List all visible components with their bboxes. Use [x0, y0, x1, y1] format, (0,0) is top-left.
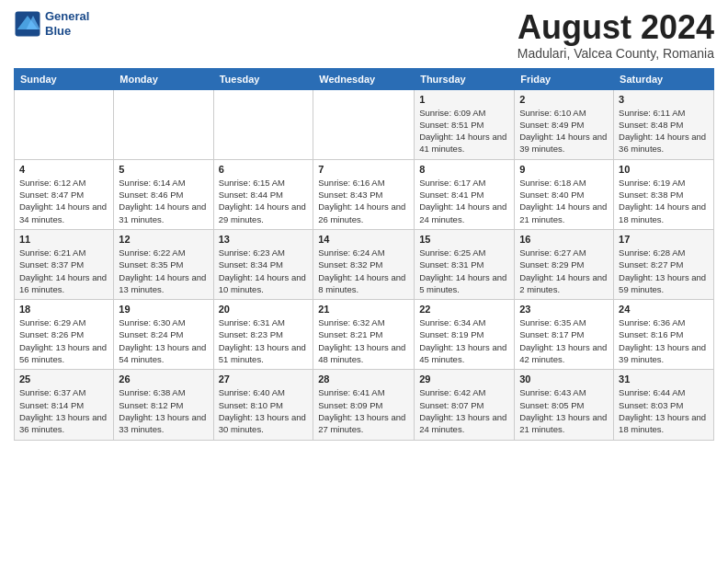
- calendar-cell: 10Sunrise: 6:19 AMSunset: 8:38 PMDayligh…: [614, 159, 714, 229]
- calendar-cell: 13Sunrise: 6:23 AMSunset: 8:34 PMDayligh…: [213, 229, 313, 299]
- calendar-week-row: 4Sunrise: 6:12 AMSunset: 8:47 PMDaylight…: [15, 159, 714, 229]
- day-number: 5: [119, 164, 208, 175]
- day-info: Sunrise: 6:42 AMSunset: 8:07 PMDaylight:…: [419, 386, 509, 435]
- calendar-cell: 12Sunrise: 6:22 AMSunset: 8:35 PMDayligh…: [114, 229, 213, 299]
- day-info: Sunrise: 6:34 AMSunset: 8:19 PMDaylight:…: [419, 316, 509, 365]
- day-number: 17: [619, 234, 709, 245]
- day-info: Sunrise: 6:19 AMSunset: 8:38 PMDaylight:…: [619, 177, 709, 225]
- day-number: 22: [419, 304, 509, 315]
- calendar-cell: 9Sunrise: 6:18 AMSunset: 8:40 PMDaylight…: [515, 159, 614, 229]
- day-number: 2: [519, 94, 609, 105]
- calendar-cell: 24Sunrise: 6:36 AMSunset: 8:16 PMDayligh…: [614, 300, 714, 370]
- day-number: 18: [19, 304, 108, 315]
- calendar-cell: 31Sunrise: 6:44 AMSunset: 8:03 PMDayligh…: [614, 370, 714, 440]
- calendar-week-row: 11Sunrise: 6:21 AMSunset: 8:37 PMDayligh…: [15, 229, 714, 299]
- calendar-cell: 18Sunrise: 6:29 AMSunset: 8:26 PMDayligh…: [15, 300, 114, 370]
- calendar-cell: 11Sunrise: 6:21 AMSunset: 8:37 PMDayligh…: [15, 229, 114, 299]
- calendar-header: SundayMondayTuesdayWednesdayThursdayFrid…: [15, 68, 714, 89]
- calendar-cell: 20Sunrise: 6:31 AMSunset: 8:23 PMDayligh…: [213, 300, 313, 370]
- weekday-header: Wednesday: [313, 68, 415, 89]
- calendar-cell: [213, 89, 313, 159]
- day-info: Sunrise: 6:10 AMSunset: 8:49 PMDaylight:…: [519, 107, 609, 155]
- day-number: 19: [119, 304, 208, 315]
- day-info: Sunrise: 6:37 AMSunset: 8:14 PMDaylight:…: [19, 386, 108, 435]
- calendar-cell: 3Sunrise: 6:11 AMSunset: 8:48 PMDaylight…: [614, 89, 714, 159]
- day-number: 31: [619, 373, 709, 385]
- calendar-cell: 23Sunrise: 6:35 AMSunset: 8:17 PMDayligh…: [515, 300, 614, 370]
- day-number: 24: [619, 304, 709, 315]
- calendar-cell: 14Sunrise: 6:24 AMSunset: 8:32 PMDayligh…: [313, 229, 415, 299]
- day-number: 3: [619, 94, 709, 105]
- day-info: Sunrise: 6:14 AMSunset: 8:46 PMDaylight:…: [119, 177, 208, 225]
- weekday-header-row: SundayMondayTuesdayWednesdayThursdayFrid…: [15, 68, 714, 89]
- calendar-cell: 15Sunrise: 6:25 AMSunset: 8:31 PMDayligh…: [415, 229, 515, 299]
- day-info: Sunrise: 6:15 AMSunset: 8:44 PMDaylight:…: [219, 177, 309, 225]
- day-info: Sunrise: 6:24 AMSunset: 8:32 PMDaylight:…: [318, 247, 409, 295]
- calendar-cell: 7Sunrise: 6:16 AMSunset: 8:43 PMDaylight…: [313, 159, 415, 229]
- day-info: Sunrise: 6:29 AMSunset: 8:26 PMDaylight:…: [19, 316, 108, 365]
- day-info: Sunrise: 6:12 AMSunset: 8:47 PMDaylight:…: [19, 177, 108, 225]
- day-number: 14: [318, 234, 409, 245]
- calendar-cell: [15, 89, 114, 159]
- day-info: Sunrise: 6:44 AMSunset: 8:03 PMDaylight:…: [619, 386, 709, 435]
- day-number: 29: [419, 373, 509, 385]
- calendar-cell: 4Sunrise: 6:12 AMSunset: 8:47 PMDaylight…: [15, 159, 114, 229]
- calendar-cell: 2Sunrise: 6:10 AMSunset: 8:49 PMDaylight…: [515, 89, 614, 159]
- logo: General Blue: [14, 9, 89, 38]
- day-number: 10: [619, 164, 709, 175]
- day-info: Sunrise: 6:17 AMSunset: 8:41 PMDaylight:…: [419, 177, 509, 225]
- day-number: 1: [419, 94, 509, 105]
- calendar-cell: 28Sunrise: 6:41 AMSunset: 8:09 PMDayligh…: [313, 370, 415, 440]
- page-subtitle: Madulari, Valcea County, Romania: [518, 46, 714, 61]
- calendar-cell: 5Sunrise: 6:14 AMSunset: 8:46 PMDaylight…: [114, 159, 213, 229]
- day-number: 30: [519, 373, 609, 385]
- day-number: 12: [119, 234, 208, 245]
- day-number: 27: [219, 373, 309, 385]
- day-number: 16: [519, 234, 609, 245]
- day-number: 26: [119, 373, 208, 385]
- logo-icon: [14, 10, 41, 38]
- calendar-cell: 1Sunrise: 6:09 AMSunset: 8:51 PMDaylight…: [415, 89, 515, 159]
- calendar-week-row: 25Sunrise: 6:37 AMSunset: 8:14 PMDayligh…: [15, 370, 714, 440]
- calendar-cell: [114, 89, 213, 159]
- day-info: Sunrise: 6:11 AMSunset: 8:48 PMDaylight:…: [619, 107, 709, 155]
- day-info: Sunrise: 6:25 AMSunset: 8:31 PMDaylight:…: [419, 247, 509, 295]
- calendar-cell: 29Sunrise: 6:42 AMSunset: 8:07 PMDayligh…: [415, 370, 515, 440]
- day-number: 23: [519, 304, 609, 315]
- calendar-cell: 6Sunrise: 6:15 AMSunset: 8:44 PMDaylight…: [213, 159, 313, 229]
- day-info: Sunrise: 6:32 AMSunset: 8:21 PMDaylight:…: [318, 316, 409, 365]
- page-title: August 2024: [518, 9, 714, 46]
- day-number: 20: [219, 304, 309, 315]
- logo-text: General Blue: [45, 9, 89, 38]
- day-info: Sunrise: 6:43 AMSunset: 8:05 PMDaylight:…: [519, 386, 609, 435]
- day-info: Sunrise: 6:27 AMSunset: 8:29 PMDaylight:…: [519, 247, 609, 295]
- calendar-cell: 8Sunrise: 6:17 AMSunset: 8:41 PMDaylight…: [415, 159, 515, 229]
- calendar-cell: 22Sunrise: 6:34 AMSunset: 8:19 PMDayligh…: [415, 300, 515, 370]
- day-number: 25: [19, 373, 108, 385]
- day-number: 4: [19, 164, 108, 175]
- day-info: Sunrise: 6:23 AMSunset: 8:34 PMDaylight:…: [219, 247, 309, 295]
- calendar-cell: 26Sunrise: 6:38 AMSunset: 8:12 PMDayligh…: [114, 370, 213, 440]
- calendar-week-row: 18Sunrise: 6:29 AMSunset: 8:26 PMDayligh…: [15, 300, 714, 370]
- calendar-cell: [313, 89, 415, 159]
- weekday-header: Monday: [114, 68, 213, 89]
- page-header: General Blue August 2024 Madulari, Valce…: [14, 9, 714, 61]
- day-info: Sunrise: 6:36 AMSunset: 8:16 PMDaylight:…: [619, 316, 709, 365]
- day-info: Sunrise: 6:22 AMSunset: 8:35 PMDaylight:…: [119, 247, 208, 295]
- calendar-cell: 30Sunrise: 6:43 AMSunset: 8:05 PMDayligh…: [515, 370, 614, 440]
- calendar-cell: 25Sunrise: 6:37 AMSunset: 8:14 PMDayligh…: [15, 370, 114, 440]
- day-number: 8: [419, 164, 509, 175]
- calendar-week-row: 1Sunrise: 6:09 AMSunset: 8:51 PMDaylight…: [15, 89, 714, 159]
- calendar-cell: 27Sunrise: 6:40 AMSunset: 8:10 PMDayligh…: [213, 370, 313, 440]
- calendar-cell: 19Sunrise: 6:30 AMSunset: 8:24 PMDayligh…: [114, 300, 213, 370]
- day-info: Sunrise: 6:09 AMSunset: 8:51 PMDaylight:…: [419, 107, 509, 155]
- weekday-header: Sunday: [15, 68, 114, 89]
- calendar-cell: 17Sunrise: 6:28 AMSunset: 8:27 PMDayligh…: [614, 229, 714, 299]
- day-info: Sunrise: 6:21 AMSunset: 8:37 PMDaylight:…: [19, 247, 108, 295]
- day-info: Sunrise: 6:40 AMSunset: 8:10 PMDaylight:…: [219, 386, 309, 435]
- day-info: Sunrise: 6:35 AMSunset: 8:17 PMDaylight:…: [519, 316, 609, 365]
- day-number: 21: [318, 304, 409, 315]
- weekday-header: Thursday: [415, 68, 515, 89]
- calendar-table: SundayMondayTuesdayWednesdayThursdayFrid…: [14, 68, 714, 441]
- day-info: Sunrise: 6:16 AMSunset: 8:43 PMDaylight:…: [318, 177, 409, 225]
